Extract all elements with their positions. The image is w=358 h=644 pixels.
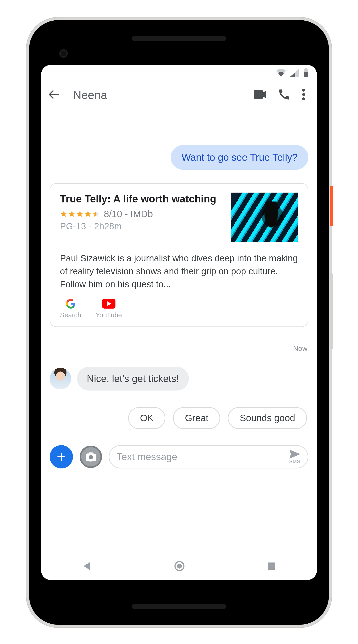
send-label: SMS [289, 459, 301, 464]
nav-home-icon[interactable] [174, 561, 185, 572]
youtube-link[interactable]: YouTube [95, 298, 122, 319]
info-card[interactable]: True Telly: A life worth watching [50, 183, 308, 327]
search-link[interactable]: Search [60, 298, 81, 319]
card-timestamp: Now [293, 344, 308, 353]
status-bar [41, 65, 317, 80]
outgoing-message[interactable]: Want to go see True Telly? [171, 145, 308, 170]
incoming-message[interactable]: Nice, let's get tickets! [77, 367, 189, 390]
call-icon[interactable] [279, 89, 290, 101]
youtube-icon [102, 298, 115, 309]
screen: Neena Want to go see True Telly? [41, 65, 317, 580]
svg-rect-12 [268, 562, 275, 570]
card-description: Paul Sizawick is a journalist who dives … [60, 252, 298, 291]
video-call-icon[interactable] [254, 90, 266, 100]
camera-button[interactable] [80, 446, 102, 468]
bottom-speaker [132, 604, 226, 609]
battery-icon [303, 68, 309, 77]
svg-point-7 [302, 98, 305, 100]
search-link-label: Search [60, 311, 81, 319]
power-button [330, 186, 333, 226]
more-icon[interactable] [302, 89, 305, 101]
cellular-icon [290, 69, 299, 77]
svg-point-11 [177, 564, 182, 568]
card-title: True Telly: A life worth watching [60, 192, 225, 206]
youtube-link-label: YouTube [95, 311, 122, 319]
svg-point-9 [89, 455, 93, 459]
card-thumbnail [231, 192, 298, 242]
smart-reply-chip[interactable]: Sounds good [228, 407, 307, 429]
svg-rect-4 [254, 90, 263, 99]
volume-rocker [330, 273, 333, 349]
earpiece-speaker [132, 36, 226, 41]
contact-avatar[interactable] [50, 368, 71, 390]
contact-name[interactable]: Neena [73, 88, 245, 102]
message-input[interactable]: Text message SMS [109, 445, 308, 468]
svg-rect-0 [305, 68, 307, 69]
nav-back-icon[interactable] [82, 561, 92, 572]
message-placeholder: Text message [117, 451, 177, 462]
card-rating-text: 8/10 - IMDb [104, 209, 153, 220]
star-icons [60, 210, 100, 218]
card-meta: PG-13 - 2h28m [60, 221, 225, 231]
phone-frame: Neena Want to go see True Telly? [29, 20, 329, 625]
app-bar: Neena [41, 80, 317, 109]
svg-point-5 [302, 89, 305, 92]
system-nav-bar [41, 553, 317, 580]
wifi-icon [276, 69, 286, 77]
send-button[interactable]: SMS [289, 450, 301, 464]
add-button[interactable] [50, 445, 73, 468]
card-rating: 8/10 - IMDb [60, 209, 225, 220]
smart-reply-chip[interactable]: Great [173, 407, 220, 429]
svg-rect-2 [304, 72, 308, 77]
back-icon[interactable] [47, 88, 59, 102]
incoming-row: Nice, let's get tickets! [50, 367, 189, 390]
nav-recents-icon[interactable] [267, 562, 276, 572]
front-camera [59, 49, 68, 58]
conversation-area: Want to go see True Telly? True Telly: A… [41, 109, 317, 553]
smart-reply-chip[interactable]: OK [128, 407, 166, 429]
compose-bar: Text message SMS [50, 445, 308, 468]
smart-reply-row: OK Great Sounds good [41, 407, 317, 429]
svg-point-6 [302, 93, 305, 96]
google-icon [66, 298, 76, 309]
